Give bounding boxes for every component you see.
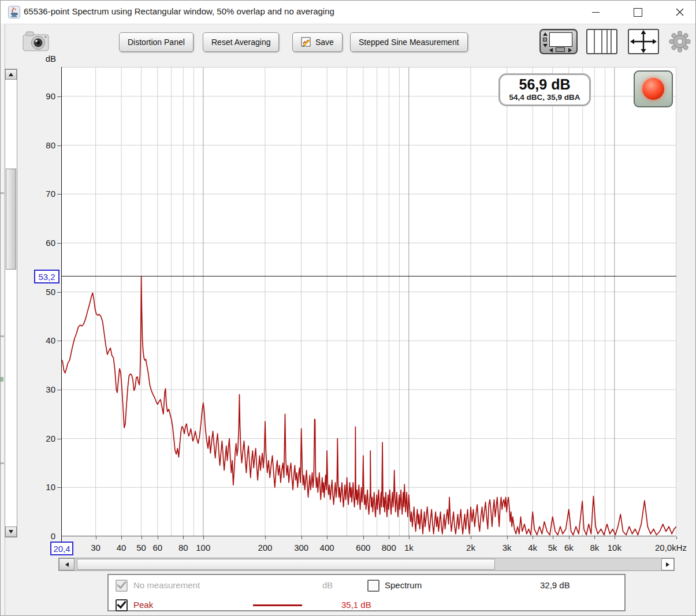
arrow-left-icon — [65, 562, 69, 567]
y-tick-mark — [57, 96, 61, 97]
camera-icon — [21, 29, 50, 53]
y-tick-label: 70 — [24, 189, 55, 199]
peak-checkbox[interactable] — [116, 599, 128, 611]
spectrum-plot-area[interactable] — [61, 67, 676, 536]
x-tick-mark — [302, 536, 302, 539]
peak-spectrum-trace — [61, 277, 676, 535]
y-tick-label: 80 — [24, 140, 55, 150]
save-label: Save — [315, 38, 334, 47]
y-tick-mark — [57, 341, 61, 341]
y-tick-mark — [57, 390, 61, 390]
window-title: 65536-point Spectrum using Rectangular w… — [24, 6, 334, 16]
y-tick-label: 30 — [24, 384, 55, 394]
rta-window: 65536-point Spectrum using Rectangular w… — [0, 0, 696, 616]
peak-label: Peak — [133, 600, 153, 610]
cursor-frequency-readout: 20,4 — [50, 542, 73, 555]
y-tick-mark — [57, 145, 61, 146]
arrow-up-icon — [9, 73, 13, 76]
x-tick-label: 1k — [392, 543, 426, 552]
scroll-up-button[interactable] — [5, 69, 17, 80]
no-measurement-checkbox[interactable] — [116, 580, 128, 592]
y-tick-label: 0 — [24, 531, 55, 541]
scrollbars-toggle-button[interactable] — [539, 29, 578, 54]
x-tick-mark — [615, 536, 615, 539]
y-axis-unit-label: dB — [33, 54, 56, 64]
scroll-right-button[interactable] — [661, 558, 674, 570]
close-icon — [676, 8, 684, 16]
distortion-panel-label: Distortion Panel — [128, 38, 185, 47]
settings-button[interactable] — [668, 30, 691, 53]
arrow-right-icon — [666, 562, 669, 567]
y-tick-mark — [57, 194, 61, 195]
peak-value: 35,1 dB — [341, 600, 371, 610]
y-tick-label: 10 — [24, 482, 55, 492]
x-tick-mark — [389, 536, 389, 539]
save-button[interactable]: Save — [292, 32, 343, 52]
x-tick-mark — [203, 536, 204, 539]
x-tick-mark — [183, 536, 184, 539]
x-tick-mark — [142, 536, 142, 539]
horizontal-scrollbar[interactable] — [58, 558, 675, 571]
horizontal-scrollbar-thumb[interactable] — [77, 559, 495, 570]
x-tick-label: 200 — [248, 543, 282, 552]
x-tick-mark — [158, 536, 158, 539]
vertical-scrollbar-thumb[interactable] — [6, 169, 16, 270]
x-tick-mark — [96, 536, 96, 539]
x-tick-label: 2k — [453, 543, 488, 552]
minimize-icon — [592, 12, 600, 13]
close-button[interactable] — [667, 1, 693, 24]
x-tick-mark — [363, 536, 364, 539]
maximize-button[interactable] — [624, 1, 651, 24]
capture-graph-button[interactable] — [21, 29, 50, 53]
x-tick-label: 10k — [597, 543, 632, 552]
stepped-sine-label: Stepped Sine Measurement — [359, 38, 459, 47]
reset-averaging-button[interactable]: Reset Averaging — [203, 32, 279, 52]
x-tick-label: 100 — [186, 543, 221, 552]
frequency-gridlines-icon — [587, 30, 616, 53]
x-tick-label: 400 — [310, 543, 344, 552]
spectrum-checkbox[interactable] — [367, 580, 379, 592]
x-tick-mark — [533, 536, 533, 539]
x-tick-mark — [265, 536, 266, 539]
scroll-left-button[interactable] — [59, 558, 75, 570]
x-tick-mark — [553, 536, 553, 539]
minimize-button[interactable] — [582, 1, 609, 24]
distortion-panel-button[interactable]: Distortion Panel — [119, 32, 193, 52]
frequency-gridlines-button[interactable] — [586, 29, 617, 54]
spectrum-value: 32,9 dB — [540, 580, 570, 590]
no-measurement-label: No measurement — [133, 580, 200, 590]
x-tick-mark — [594, 536, 595, 539]
arrow-down-icon — [9, 530, 13, 533]
y-tick-mark — [57, 439, 61, 439]
record-button[interactable] — [634, 70, 673, 107]
x-tick-mark — [409, 536, 410, 539]
y-tick-mark — [57, 487, 61, 488]
y-tick-mark — [57, 243, 61, 244]
title-bar: 65536-point Spectrum using Rectangular w… — [1, 1, 695, 24]
x-tick-mark — [471, 536, 471, 539]
peak-line-sample — [253, 604, 302, 606]
cursor-db-readout: 53,2 — [34, 270, 59, 283]
vertical-scrollbar[interactable] — [5, 69, 17, 537]
y-tick-label: 60 — [24, 238, 55, 248]
y-tick-label: 50 — [24, 287, 55, 297]
cursor-axis-tick — [61, 536, 62, 542]
spl-main-value: 56,9 dB — [500, 76, 589, 93]
scroll-down-button[interactable] — [5, 527, 17, 537]
spectrum-label: Spectrum — [385, 580, 422, 590]
gear-icon — [668, 30, 691, 53]
pan-arrows-icon — [629, 30, 658, 53]
reset-averaging-label: Reset Averaging — [211, 38, 270, 47]
x-tick-mark — [676, 536, 677, 539]
spl-readout: 56,9 dB 54,4 dBC, 35,9 dBA — [498, 73, 591, 106]
y-tick-mark — [57, 292, 61, 293]
x-tick-mark — [327, 536, 327, 539]
pan-zoom-button[interactable] — [628, 29, 659, 54]
record-icon — [642, 78, 664, 100]
java-cup-icon — [8, 6, 20, 18]
scrollbars-layout-icon — [541, 30, 576, 53]
y-tick-label: 40 — [24, 335, 55, 345]
save-icon — [301, 37, 311, 47]
x-tick-label: 20,0kHz — [641, 543, 687, 552]
stepped-sine-measurement-button[interactable]: Stepped Sine Measurement — [350, 32, 468, 52]
